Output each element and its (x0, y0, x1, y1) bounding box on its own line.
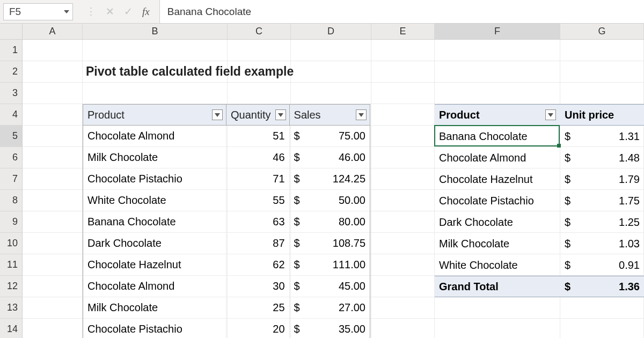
cell-quantity[interactable]: 20 (226, 319, 290, 338)
table-row[interactable]: Milk Chocolate25$27.00 (83, 297, 370, 319)
cell-sales[interactable]: $80.00 (290, 211, 370, 232)
cell-quantity[interactable]: 63 (226, 211, 290, 232)
cell-product[interactable]: Chocolate Almond (83, 276, 226, 297)
row-header-13[interactable]: 13 (0, 297, 22, 319)
name-box[interactable]: F5 (3, 3, 73, 20)
table-header[interactable]: Product (83, 105, 226, 125)
table-row[interactable]: Chocolate Pistachio20$35.00 (83, 319, 370, 338)
pivot-cell-product[interactable]: Chocolate Hazelnut (435, 168, 560, 190)
pivot-cell-product[interactable]: Chocolate Pistachio (435, 190, 560, 211)
cell-product[interactable]: Milk Chocolate (83, 147, 226, 168)
pivot-cell-unit-price[interactable]: $1.75 (560, 190, 644, 211)
cell-product[interactable]: Chocolate Pistachio (83, 168, 226, 189)
pivot-cell-product[interactable]: Milk Chocolate (435, 233, 560, 254)
spreadsheet-grid[interactable]: ABCDEFG 1234567891011121314 Pivot table … (0, 24, 644, 338)
select-all-corner[interactable] (0, 24, 23, 39)
cell-quantity[interactable]: 62 (226, 254, 290, 275)
cell-quantity[interactable]: 25 (226, 297, 290, 318)
filter-dropdown-icon[interactable] (212, 109, 223, 120)
pivot-cell-product[interactable]: Dark Chocolate (435, 211, 560, 233)
cell-quantity[interactable]: 46 (226, 147, 290, 168)
column-header-G[interactable]: G (560, 24, 644, 39)
row-header-3[interactable]: 3 (0, 83, 22, 104)
cell-product[interactable]: Chocolate Hazelnut (83, 254, 226, 275)
cell-product[interactable]: Chocolate Almond (83, 126, 226, 146)
column-header-F[interactable]: F (435, 24, 560, 39)
filter-dropdown-icon[interactable] (545, 109, 556, 120)
cell-sales[interactable]: $45.00 (290, 276, 370, 297)
row-header-8[interactable]: 8 (0, 190, 22, 211)
pivot-cell-unit-price[interactable]: $1.31 (560, 126, 644, 147)
table-row[interactable]: Chocolate Almond30$45.00 (83, 276, 370, 297)
cell-sales[interactable]: $50.00 (290, 190, 370, 211)
pivot-header[interactable]: Unit price (560, 105, 644, 125)
cell-product[interactable]: Milk Chocolate (83, 297, 226, 318)
row-header-6[interactable]: 6 (0, 147, 22, 168)
column-header-A[interactable]: A (23, 24, 83, 39)
cell-sales[interactable]: $35.00 (290, 319, 370, 338)
pivot-header[interactable]: Product (435, 105, 560, 125)
filter-dropdown-icon[interactable] (275, 109, 286, 120)
pivot-cell-unit-price[interactable]: $0.91 (560, 254, 644, 276)
cell-sales[interactable]: $108.75 (290, 233, 370, 254)
pivot-row[interactable]: Milk Chocolate$1.03 (435, 233, 644, 254)
pivot-cell-product[interactable]: White Chocolate (435, 254, 560, 276)
table-row[interactable]: Dark Chocolate87$108.75 (83, 233, 370, 254)
cell-product[interactable]: Dark Chocolate (83, 233, 226, 254)
filter-dropdown-icon[interactable] (356, 109, 367, 120)
pivot-grand-total[interactable]: Grand Total$1.36 (435, 276, 644, 297)
table-header[interactable]: Quantity (226, 105, 290, 125)
cell-sales[interactable]: $111.00 (290, 254, 370, 275)
pivot-cell-product[interactable]: Banana Chocolate (435, 126, 560, 147)
row-header-11[interactable]: 11 (0, 254, 22, 276)
cell-sales[interactable]: $46.00 (290, 147, 370, 168)
cancel-icon[interactable]: ✕ (106, 5, 114, 18)
cell-quantity[interactable]: 71 (226, 168, 290, 189)
cell-sales[interactable]: $124.25 (290, 168, 370, 189)
pivot-cell-product[interactable]: Chocolate Almond (435, 147, 560, 168)
table-row[interactable]: Chocolate Pistachio71$124.25 (83, 168, 370, 190)
fx-icon[interactable]: fx (142, 6, 150, 18)
pivot-row[interactable]: Banana Chocolate$1.31 (435, 126, 644, 147)
table-header[interactable]: Sales (290, 105, 370, 125)
column-header-B[interactable]: B (83, 24, 228, 39)
cell-quantity[interactable]: 30 (226, 276, 290, 297)
pivot-cell-unit-price[interactable]: $1.25 (560, 211, 644, 233)
pivot-row[interactable]: Chocolate Hazelnut$1.79 (435, 168, 644, 190)
cell-sales[interactable]: $27.00 (290, 297, 370, 318)
table-row[interactable]: Banana Chocolate63$80.00 (83, 211, 370, 233)
table-row[interactable]: Chocolate Almond51$75.00 (83, 126, 370, 147)
pivot-cell-unit-price[interactable]: $1.79 (560, 168, 644, 190)
pivot-row[interactable]: Chocolate Almond$1.48 (435, 147, 644, 168)
column-header-C[interactable]: C (228, 24, 291, 39)
column-header-D[interactable]: D (291, 24, 371, 39)
cell-product[interactable]: Banana Chocolate (83, 211, 226, 232)
pivot-cell-unit-price[interactable]: $1.03 (560, 233, 644, 254)
cell-sales[interactable]: $75.00 (290, 126, 370, 146)
row-header-9[interactable]: 9 (0, 211, 22, 233)
cell-quantity[interactable]: 87 (226, 233, 290, 254)
pivot-row[interactable]: Dark Chocolate$1.25 (435, 211, 644, 233)
pivot-row[interactable]: Chocolate Pistachio$1.75 (435, 190, 644, 211)
table-row[interactable]: Milk Chocolate46$46.00 (83, 147, 370, 168)
row-header-10[interactable]: 10 (0, 233, 22, 254)
cell-product[interactable]: Chocolate Pistachio (83, 319, 226, 338)
row-header-5[interactable]: 5 (0, 126, 22, 147)
pivot-cell-unit-price[interactable]: $1.48 (560, 147, 644, 168)
table-row[interactable]: White Chocolate55$50.00 (83, 190, 370, 211)
row-header-7[interactable]: 7 (0, 168, 22, 190)
column-header-E[interactable]: E (371, 24, 435, 39)
row-header-14[interactable]: 14 (0, 319, 22, 338)
row-header-12[interactable]: 12 (0, 276, 22, 297)
formula-input[interactable]: Banana Chocolate (159, 0, 644, 23)
accept-icon[interactable]: ✓ (124, 5, 133, 18)
table-row[interactable]: Chocolate Hazelnut62$111.00 (83, 254, 370, 276)
cell-quantity[interactable]: 51 (226, 126, 290, 146)
row-header-1[interactable]: 1 (0, 40, 22, 61)
cell-product[interactable]: White Chocolate (83, 190, 226, 211)
pivot-row[interactable]: White Chocolate$0.91 (435, 254, 644, 276)
source-table: ProductQuantitySalesChocolate Almond51$7… (83, 104, 370, 338)
row-header-4[interactable]: 4 (0, 104, 22, 126)
row-header-2[interactable]: 2 (0, 61, 22, 83)
cell-quantity[interactable]: 55 (226, 190, 290, 211)
